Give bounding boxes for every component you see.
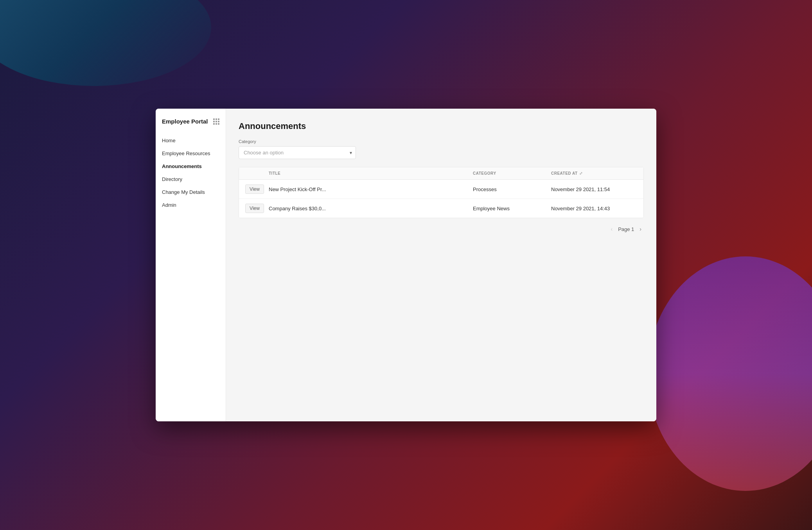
pagination: ‹ Page 1 › xyxy=(239,218,644,234)
sidebar-item-admin[interactable]: Admin xyxy=(156,199,226,211)
grid-icon[interactable] xyxy=(213,118,219,125)
row-2-title: Company Raises $30,0... xyxy=(269,206,473,211)
sidebar-item-directory[interactable]: Directory xyxy=(156,173,226,186)
category-select[interactable]: Choose an option Processes Employee News xyxy=(239,146,356,159)
table-row: View New Project Kick-Off Pr... Processe… xyxy=(239,180,643,199)
page-title: Announcements xyxy=(239,121,644,131)
category-filter-label: Category xyxy=(239,139,644,144)
col-header-action xyxy=(245,171,269,175)
row-1-title: New Project Kick-Off Pr... xyxy=(269,186,473,192)
next-page-button[interactable]: › xyxy=(637,224,644,234)
table-row: View Company Raises $30,0... Employee Ne… xyxy=(239,199,643,218)
row-2-action: View xyxy=(245,204,269,213)
sidebar-item-announcements[interactable]: Announcements xyxy=(156,160,226,173)
category-select-wrapper: Choose an option Processes Employee News… xyxy=(239,146,356,159)
page-label: Page 1 xyxy=(618,226,634,232)
view-button-1[interactable]: View xyxy=(245,184,264,194)
row-1-category: Processes xyxy=(473,186,551,192)
sidebar-item-change-my-details[interactable]: Change My Details xyxy=(156,186,226,199)
col-header-category: CATEGORY xyxy=(473,171,551,175)
announcements-table: TITLE CATEGORY CREATED AT ⤢ View New Pro… xyxy=(239,167,644,218)
sidebar-header: Employee Portal xyxy=(156,118,226,134)
row-1-action: View xyxy=(245,184,269,194)
sort-icon: ⤢ xyxy=(579,171,583,175)
row-2-created-at: November 29 2021, 14:43 xyxy=(551,206,637,211)
sidebar-item-employee-resources[interactable]: Employee Resources xyxy=(156,147,226,160)
sidebar-title: Employee Portal xyxy=(162,118,208,125)
prev-page-button[interactable]: ‹ xyxy=(608,224,615,234)
filter-section: Category Choose an option Processes Empl… xyxy=(239,139,644,159)
sidebar-nav: Home Employee Resources Announcements Di… xyxy=(156,134,226,211)
sidebar-item-home[interactable]: Home xyxy=(156,134,226,147)
col-header-title: TITLE xyxy=(269,171,473,175)
view-button-2[interactable]: View xyxy=(245,204,264,213)
row-1-created-at: November 29 2021, 11:54 xyxy=(551,186,637,192)
sidebar: Employee Portal Home Employee Resources … xyxy=(156,109,226,421)
col-header-created-at[interactable]: CREATED AT ⤢ xyxy=(551,171,637,175)
row-2-category: Employee News xyxy=(473,206,551,211)
app-window: Employee Portal Home Employee Resources … xyxy=(156,109,656,421)
main-content: Announcements Category Choose an option … xyxy=(226,109,656,421)
table-header: TITLE CATEGORY CREATED AT ⤢ xyxy=(239,167,643,180)
